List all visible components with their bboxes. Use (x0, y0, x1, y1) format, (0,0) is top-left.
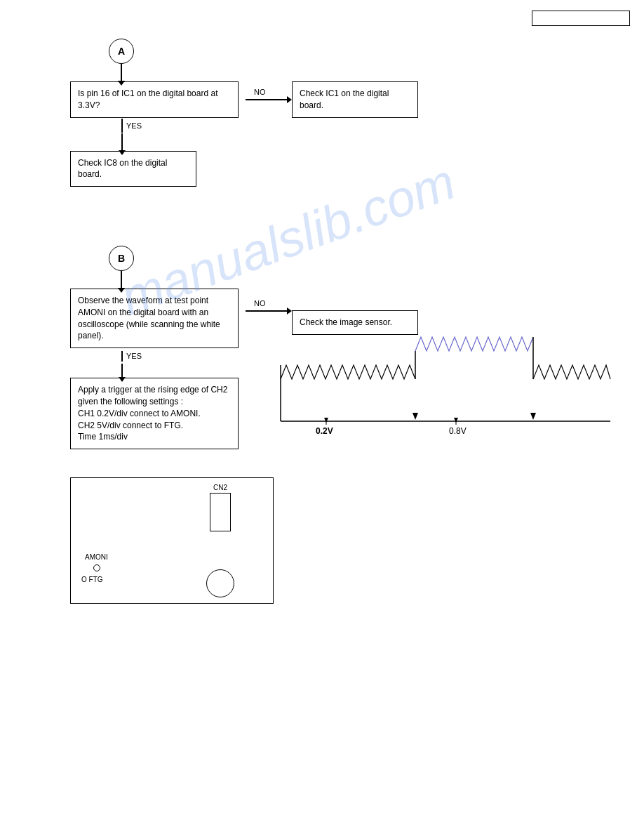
fb-box3-line3: CH1 0.2V/div connect to AMONI. (78, 408, 231, 420)
board-amoni-label: AMONI (85, 553, 108, 561)
svg-text:0.2V: 0.2V (316, 426, 333, 436)
fb-box3-line5: Time 1ms/div (78, 431, 231, 443)
svg-marker-11 (454, 418, 458, 423)
fa-yes-arrow (121, 133, 123, 151)
fa-box3: Check IC8 on the digital board. (70, 151, 196, 187)
fa-yes-line1 (121, 119, 123, 133)
fb-box3-line4: CH2 5V/div connect to FTG. (78, 420, 231, 432)
fb-box1: Observe the waveform at test point AMONI… (70, 289, 239, 348)
fa-box2: Check IC1 on the digital board. (292, 81, 418, 118)
board-diagram: CN2 BAT 1 AMONI O FTG (70, 477, 274, 604)
fb-yes-label: YES (126, 352, 142, 360)
fb-box3: Apply a trigger at the rising edge of CH… (70, 378, 239, 449)
fb-box3-line1: Apply a trigger at the rising edge of CH… (78, 384, 231, 396)
fa-yes-label: YES (126, 121, 142, 130)
board-ftg-label: O FTG (81, 576, 103, 583)
board-amoni-circle (93, 564, 100, 571)
svg-marker-8 (324, 418, 328, 423)
board-cn2-label: CN2 (213, 484, 227, 491)
arrow-b1 (121, 271, 122, 289)
fa-no-label: NO (254, 88, 266, 96)
circle-a: A (109, 39, 134, 64)
fa-box1: Is pin 16 of IC1 on the digital board at… (70, 81, 239, 118)
waveform-diagram: 0.2V 0.8V (274, 323, 617, 449)
board-bat1-circle (206, 569, 234, 597)
fa-row1: Is pin 16 of IC1 on the digital board at… (70, 81, 418, 118)
fb-box3-line2: given the following settings : (78, 396, 231, 408)
svg-text:0.8V: 0.8V (449, 426, 467, 436)
circle-b: B (109, 246, 134, 271)
fa-yes-col: YES (121, 118, 418, 151)
flowchart-a: A Is pin 16 of IC1 on the digital board … (70, 39, 418, 187)
svg-marker-3 (412, 413, 418, 420)
fb-yes-line1 (121, 351, 123, 362)
arrow-a1 (121, 64, 122, 81)
board-cn2-rect (210, 493, 231, 531)
fb-no-line (246, 310, 288, 312)
fb-yes-arrow (121, 364, 123, 378)
svg-marker-5 (530, 413, 536, 420)
fa-no-line (246, 99, 288, 100)
fb-no-label: NO (254, 299, 266, 307)
top-right-box (532, 11, 630, 26)
board-cn2-area: CN2 (210, 484, 231, 531)
